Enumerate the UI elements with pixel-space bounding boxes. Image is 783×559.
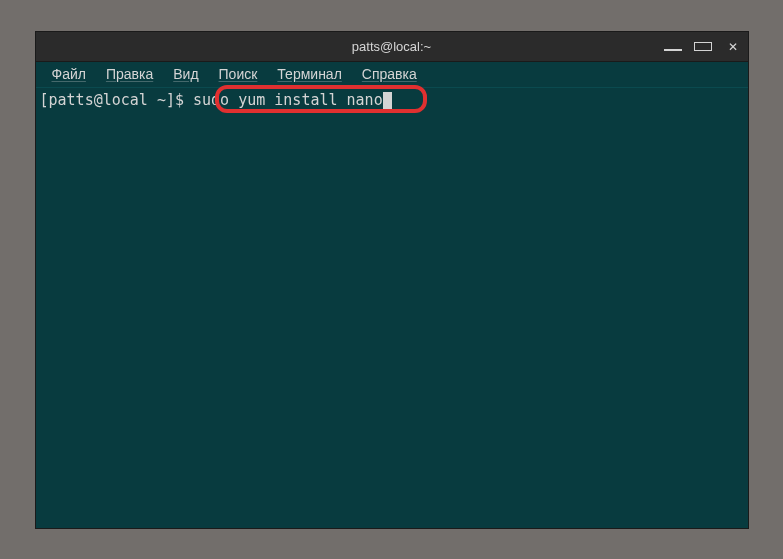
terminal-window: patts@local:~ Файл Правка Вид Поиск Терм…	[35, 31, 749, 529]
menu-terminal[interactable]: Терминал	[267, 63, 351, 85]
command-text: sudo yum install nano	[193, 90, 383, 111]
menu-view[interactable]: Вид	[163, 63, 208, 85]
menu-search[interactable]: Поиск	[209, 63, 268, 85]
minimize-icon	[664, 49, 682, 51]
menu-edit[interactable]: Правка	[96, 63, 163, 85]
window-controls	[664, 39, 742, 54]
menu-file[interactable]: Файл	[42, 63, 96, 85]
close-button[interactable]	[724, 39, 742, 54]
window-title: patts@local:~	[352, 39, 431, 54]
cursor	[383, 92, 392, 109]
menubar: Файл Правка Вид Поиск Терминал Справка	[36, 62, 748, 88]
terminal-body[interactable]: [patts@local ~]$ sudo yum install nano	[36, 88, 748, 528]
maximize-button[interactable]	[694, 39, 712, 54]
maximize-icon	[694, 42, 712, 51]
minimize-button[interactable]	[664, 39, 682, 54]
titlebar: patts@local:~	[36, 32, 748, 62]
prompt-line: [patts@local ~]$ sudo yum install nano	[40, 90, 744, 111]
menu-help[interactable]: Справка	[352, 63, 427, 85]
shell-prompt: [patts@local ~]$	[40, 90, 194, 111]
